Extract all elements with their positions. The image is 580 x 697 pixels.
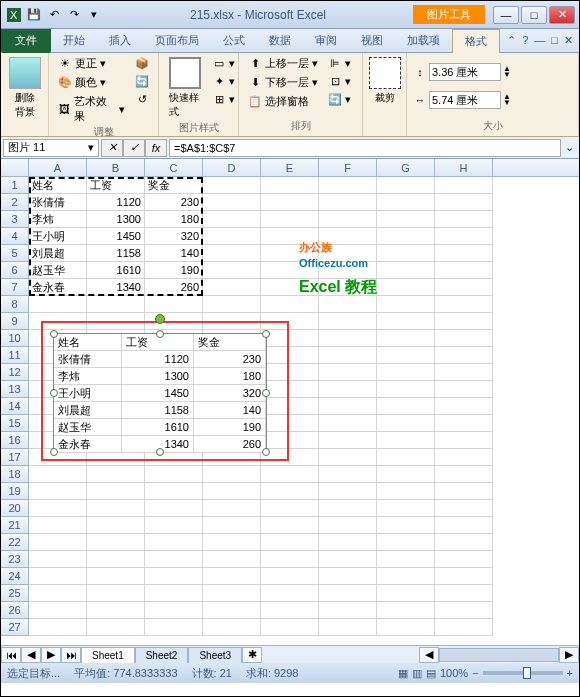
cell[interactable]	[29, 517, 87, 534]
cell[interactable]	[261, 313, 319, 330]
cell[interactable]	[319, 313, 377, 330]
file-tab[interactable]: 文件	[1, 29, 51, 53]
column-header-G[interactable]: G	[377, 159, 435, 176]
crop-button[interactable]: 裁剪	[369, 55, 400, 107]
tab-nav-first[interactable]: ⏮	[1, 647, 21, 663]
cell[interactable]	[261, 602, 319, 619]
cell[interactable]	[377, 619, 435, 636]
cell[interactable]	[435, 211, 493, 228]
cell[interactable]	[145, 568, 203, 585]
cell[interactable]	[435, 330, 493, 347]
cell[interactable]	[29, 483, 87, 500]
cell[interactable]	[145, 483, 203, 500]
cell[interactable]	[377, 177, 435, 194]
cell[interactable]: 140	[145, 245, 203, 262]
cell[interactable]	[203, 500, 261, 517]
linked-picture[interactable]: 姓名工资奖金张倩倩1120230李炜1300180王小明1450320刘晨超11…	[53, 333, 267, 453]
cell[interactable]	[29, 500, 87, 517]
cell[interactable]	[435, 279, 493, 296]
cell[interactable]: 320	[145, 228, 203, 245]
sheet-tab-3[interactable]: Sheet3	[188, 647, 242, 663]
cell[interactable]	[145, 602, 203, 619]
cell[interactable]	[145, 585, 203, 602]
cell[interactable]	[435, 313, 493, 330]
rotate-handle[interactable]	[155, 314, 165, 324]
view-normal-icon[interactable]: ▦	[398, 667, 408, 680]
cell[interactable]	[29, 534, 87, 551]
cell[interactable]	[203, 483, 261, 500]
doc-restore-icon[interactable]: □	[551, 34, 558, 47]
cell[interactable]	[319, 602, 377, 619]
cell[interactable]	[203, 245, 261, 262]
row-header[interactable]: 26	[1, 602, 29, 619]
cell[interactable]	[29, 585, 87, 602]
cell[interactable]	[319, 483, 377, 500]
cell[interactable]	[377, 534, 435, 551]
cell[interactable]	[435, 432, 493, 449]
tab-data[interactable]: 数据	[257, 29, 303, 52]
cell[interactable]	[261, 500, 319, 517]
cell[interactable]	[377, 466, 435, 483]
cell[interactable]	[435, 194, 493, 211]
cell[interactable]: 刘晨超	[29, 245, 87, 262]
change-picture-button[interactable]: 🔄	[132, 73, 152, 89]
picture-layout-button[interactable]: ⊞▾	[209, 91, 238, 107]
column-header-A[interactable]: A	[29, 159, 87, 176]
width-spinner[interactable]: ▲▼	[503, 94, 511, 106]
bring-forward-button[interactable]: ⬆上移一层 ▾	[245, 55, 321, 72]
height-input[interactable]	[429, 63, 501, 81]
help-icon[interactable]: ?	[522, 34, 528, 47]
row-header[interactable]: 17	[1, 449, 29, 466]
cell[interactable]	[203, 262, 261, 279]
cell[interactable]	[377, 228, 435, 245]
cell[interactable]	[203, 466, 261, 483]
maximize-button[interactable]: □	[521, 6, 547, 24]
cell[interactable]	[319, 568, 377, 585]
cell[interactable]	[377, 330, 435, 347]
zoom-slider[interactable]	[483, 671, 563, 675]
artistic-effects-button[interactable]: 🖼艺术效果 ▾	[55, 93, 128, 125]
cell[interactable]	[319, 398, 377, 415]
cell[interactable]	[319, 177, 377, 194]
cell[interactable]: 王小明	[29, 228, 87, 245]
cell[interactable]	[203, 517, 261, 534]
view-pagebreak-icon[interactable]: ▤	[426, 667, 436, 680]
cell[interactable]	[319, 330, 377, 347]
cell[interactable]	[145, 517, 203, 534]
cell[interactable]	[145, 534, 203, 551]
cell[interactable]	[203, 313, 261, 330]
cell[interactable]: 1450	[87, 228, 145, 245]
cell[interactable]	[435, 347, 493, 364]
cell[interactable]	[377, 551, 435, 568]
tab-formula[interactable]: 公式	[211, 29, 257, 52]
hscrollbar[interactable]	[439, 648, 559, 662]
cell[interactable]	[377, 432, 435, 449]
cell[interactable]	[203, 177, 261, 194]
cell[interactable]	[435, 228, 493, 245]
tab-view[interactable]: 视图	[349, 29, 395, 52]
cell[interactable]	[203, 619, 261, 636]
cell[interactable]	[29, 568, 87, 585]
rotate-button[interactable]: 🔄▾	[325, 91, 354, 107]
row-header[interactable]: 4	[1, 228, 29, 245]
undo-icon[interactable]: ↶	[45, 6, 63, 24]
cell[interactable]	[203, 585, 261, 602]
cell[interactable]	[435, 364, 493, 381]
cell[interactable]	[203, 211, 261, 228]
fx-button[interactable]: fx	[145, 139, 167, 157]
cell[interactable]	[261, 585, 319, 602]
cell[interactable]	[261, 177, 319, 194]
cell[interactable]	[435, 449, 493, 466]
cell[interactable]	[145, 619, 203, 636]
handle-s[interactable]	[156, 448, 164, 456]
column-header-C[interactable]: C	[145, 159, 203, 176]
remove-background-button[interactable]: 删除背景	[7, 55, 42, 121]
cell[interactable]	[377, 602, 435, 619]
minimize-ribbon-icon[interactable]: ⌃	[507, 34, 516, 47]
sheet-tab-2[interactable]: Sheet2	[135, 647, 189, 663]
cell[interactable]	[377, 381, 435, 398]
cell[interactable]	[435, 517, 493, 534]
reset-picture-button[interactable]: ↺	[132, 91, 152, 107]
cell[interactable]	[29, 313, 87, 330]
cell[interactable]	[319, 585, 377, 602]
